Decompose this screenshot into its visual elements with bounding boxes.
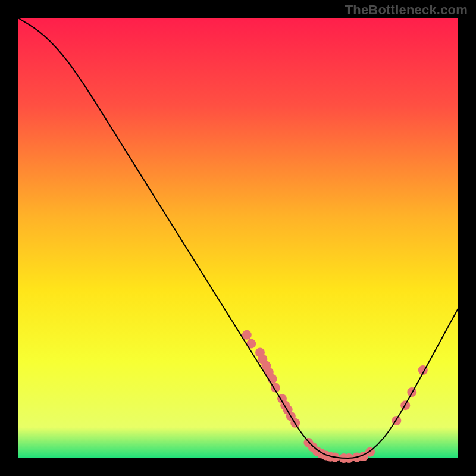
chart-canvas <box>0 0 476 476</box>
watermark-text: TheBottleneck.com <box>345 2 468 18</box>
chart-frame: TheBottleneck.com <box>0 0 476 476</box>
chart-dot <box>268 374 277 384</box>
